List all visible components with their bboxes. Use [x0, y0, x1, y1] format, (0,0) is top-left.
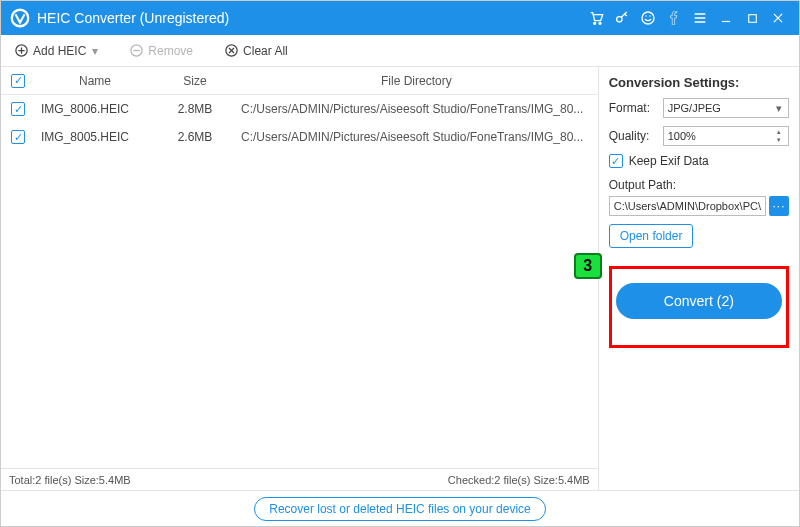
open-folder-button[interactable]: Open folder — [609, 224, 694, 248]
clear-all-label: Clear All — [243, 44, 288, 58]
file-size: 2.8MB — [155, 102, 235, 116]
chevron-down-icon: ▾ — [772, 101, 786, 115]
minimize-button[interactable] — [713, 1, 739, 35]
file-name: IMG_8005.HEIC — [35, 130, 155, 144]
plus-circle-icon — [13, 43, 29, 59]
format-combobox[interactable]: JPG/JPEG ▾ — [663, 98, 789, 118]
file-size: 2.6MB — [155, 130, 235, 144]
titlebar: HEIC Converter (Unregistered) — [1, 1, 799, 35]
facebook-icon[interactable] — [661, 1, 687, 35]
svg-point-2 — [599, 22, 601, 24]
cart-icon[interactable] — [583, 1, 609, 35]
svg-rect-5 — [748, 14, 756, 22]
remove-button: Remove — [122, 40, 199, 62]
keep-exif-checkbox[interactable] — [609, 154, 623, 168]
menu-icon[interactable] — [687, 1, 713, 35]
window-title: HEIC Converter (Unregistered) — [37, 10, 229, 26]
select-all-checkbox[interactable] — [11, 74, 25, 88]
quality-value: 100% — [668, 130, 696, 142]
keep-exif-label: Keep Exif Data — [629, 154, 709, 168]
quality-spinner[interactable]: 100% ▴▾ — [663, 126, 789, 146]
settings-panel: Conversion Settings: Format: JPG/JPEG ▾ … — [598, 67, 799, 490]
chevron-down-icon: ▾ — [92, 44, 98, 58]
annotation-badge: 3 — [574, 253, 602, 279]
bottom-bar: Recover lost or deleted HEIC files on yo… — [1, 490, 799, 526]
quality-label: Quality: — [609, 129, 663, 143]
recover-link[interactable]: Recover lost or deleted HEIC files on yo… — [254, 497, 545, 521]
table-row[interactable]: IMG_8005.HEIC 2.6MB C:/Users/ADMIN/Pictu… — [1, 123, 598, 151]
svg-point-1 — [594, 22, 596, 24]
row-checkbox[interactable] — [11, 130, 25, 144]
convert-highlight-box: 3 Convert (2) — [609, 266, 789, 348]
settings-heading: Conversion Settings: — [609, 75, 789, 90]
feedback-icon[interactable] — [635, 1, 661, 35]
close-button[interactable] — [765, 1, 791, 35]
browse-button[interactable]: ··· — [769, 196, 789, 216]
clear-all-button[interactable]: Clear All — [217, 40, 294, 62]
remove-label: Remove — [148, 44, 193, 58]
file-directory: C:/Users/ADMIN/Pictures/Aiseesoft Studio… — [235, 130, 598, 144]
file-directory: C:/Users/ADMIN/Pictures/Aiseesoft Studio… — [235, 102, 598, 116]
column-size[interactable]: Size — [155, 74, 235, 88]
svg-point-4 — [642, 12, 654, 24]
status-total: Total:2 file(s) Size:5.4MB — [9, 474, 131, 486]
app-logo-icon — [9, 7, 31, 29]
spinner-up-icon[interactable]: ▴ — [772, 128, 786, 136]
clear-circle-icon — [223, 43, 239, 59]
output-path-label: Output Path: — [609, 178, 789, 192]
add-heic-label: Add HEIC — [33, 44, 86, 58]
row-checkbox[interactable] — [11, 102, 25, 116]
file-list-panel: Name Size File Directory IMG_8006.HEIC 2… — [1, 67, 598, 490]
status-checked: Checked:2 file(s) Size:5.4MB — [448, 474, 590, 486]
minus-circle-icon — [128, 43, 144, 59]
toolbar: Add HEIC ▾ Remove Clear All — [1, 35, 799, 67]
format-value: JPG/JPEG — [668, 102, 721, 114]
column-directory[interactable]: File Directory — [235, 74, 598, 88]
output-path-field[interactable]: C:\Users\ADMIN\Dropbox\PC\ — [609, 196, 766, 216]
spinner-down-icon[interactable]: ▾ — [772, 136, 786, 144]
file-name: IMG_8006.HEIC — [35, 102, 155, 116]
table-row[interactable]: IMG_8006.HEIC 2.8MB C:/Users/ADMIN/Pictu… — [1, 95, 598, 123]
table-header: Name Size File Directory — [1, 67, 598, 95]
key-icon[interactable] — [609, 1, 635, 35]
maximize-button[interactable] — [739, 1, 765, 35]
format-label: Format: — [609, 101, 663, 115]
column-name[interactable]: Name — [35, 74, 155, 88]
status-bar: Total:2 file(s) Size:5.4MB Checked:2 fil… — [1, 468, 598, 490]
svg-point-3 — [617, 17, 622, 22]
main-area: Name Size File Directory IMG_8006.HEIC 2… — [1, 67, 799, 490]
convert-button[interactable]: Convert (2) — [616, 283, 782, 319]
add-heic-button[interactable]: Add HEIC ▾ — [7, 40, 104, 62]
